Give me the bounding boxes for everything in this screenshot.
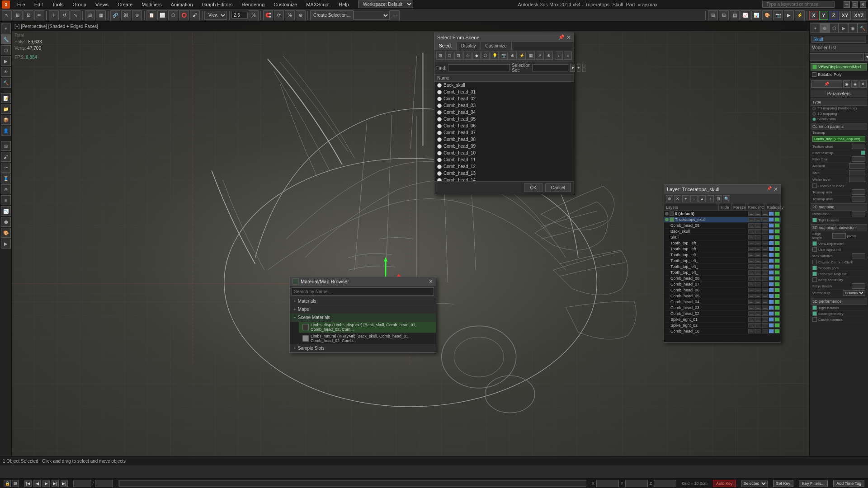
list-item-comb-06[interactable]: Comb_head_06 — [434, 122, 574, 129]
pin-stack-btn[interactable]: 📌 — [811, 80, 842, 88]
x-coord-input[interactable]: 1307,0965 — [596, 480, 619, 487]
mat-browser-close-btn[interactable]: ✕ — [429, 278, 433, 285]
layer-item-tooth6[interactable]: Tooth_top_left_ — — — — [664, 270, 781, 276]
layer-settings-btn[interactable]: ⊕ — [666, 195, 673, 202]
view-dropdown[interactable]: View — [204, 11, 227, 20]
render-icon[interactable]: — — [762, 211, 768, 216]
hide-icon2[interactable]: — — [748, 217, 755, 222]
asset-tracking-icon[interactable]: 📁 — [1, 104, 11, 114]
edge-length-input[interactable]: 4,0 — [832, 233, 846, 239]
y-coord-input[interactable]: -1127,665 — [625, 480, 648, 487]
tb-align-btn[interactable]: ⊟ — [719, 10, 729, 20]
xy-plane-constraint[interactable]: XY — [839, 11, 851, 20]
max-script-mini-listener[interactable]: 📝 — [1, 93, 11, 103]
list-item-comb-02[interactable]: Comb_head_02 — [434, 95, 574, 102]
sel-geometry-btn[interactable]: ◆ — [472, 52, 481, 60]
shift-input[interactable]: 0,0cm — [849, 170, 865, 175]
layer-move-to-btn[interactable]: ↑ — [707, 195, 714, 202]
layer-item-tooth3[interactable]: Tooth_top_left_ — — — — [664, 252, 781, 258]
timeline-track[interactable] — [118, 480, 586, 487]
total-frames-input[interactable]: 100 — [95, 480, 113, 487]
sel-bones-btn[interactable]: ⊛ — [545, 52, 553, 60]
create-panel-tab[interactable]: + — [811, 23, 820, 33]
type-3d-radio[interactable] — [812, 112, 816, 116]
layer-item-comb03[interactable]: Comb_head_03 — — — — [664, 305, 781, 311]
auto-key-btn[interactable]: Auto Key — [713, 480, 736, 487]
layer-color[interactable] — [769, 211, 774, 216]
create-selection-btn[interactable]: Create Selection... — [310, 10, 354, 20]
sel-xrefs-btn[interactable]: ↗ — [536, 52, 544, 60]
lock-icon[interactable]: 🔒 — [4, 480, 11, 487]
motion-mixer-icon[interactable]: ≡ — [1, 195, 11, 205]
sort-btn[interactable]: ↕ — [555, 52, 563, 60]
modifier-search-input[interactable] — [810, 53, 864, 61]
tb-paint-sel2[interactable]: 🖌 — [190, 10, 200, 20]
layer-item-tooth1[interactable]: Tooth_top_left_ — — — — [664, 240, 781, 246]
modifier-expand-btn[interactable]: ▼ — [865, 53, 868, 61]
tb-fence-sel[interactable]: ⬡ — [168, 10, 178, 20]
workspace-selector[interactable]: Workspace: Default — [358, 0, 413, 8]
menu-customize[interactable]: Customize — [272, 1, 299, 8]
layer-item-tooth5[interactable]: Tooth_top_left_ — — — — [664, 264, 781, 270]
list-item-comb-04[interactable]: Comb_head_04 — [434, 109, 574, 116]
go-start-btn[interactable]: |◀ — [24, 480, 32, 487]
sel-invert-btn[interactable]: ⊡ — [454, 52, 462, 60]
max-subdivs-input[interactable]: 256 — [852, 253, 865, 258]
layer-item-spike-r1[interactable]: Spike_right_01 — — — — [664, 317, 781, 323]
menu-animation[interactable]: Animation — [169, 1, 195, 8]
mat-search-input[interactable] — [292, 287, 434, 296]
list-item-back-skull[interactable]: Back_skull — [434, 82, 574, 89]
layer-item-default[interactable]: 0 (default) — — — — [664, 211, 781, 217]
maximize-button[interactable]: □ — [852, 1, 858, 8]
c09-color[interactable] — [769, 223, 774, 228]
show-end-result-btn[interactable]: ◉ — [843, 80, 850, 88]
water-level-input[interactable]: 0,0cm — [849, 177, 865, 182]
menu-graph-editors[interactable]: Graph Editors — [200, 1, 235, 8]
sel-none-btn[interactable]: □ — [445, 52, 453, 60]
type-2d-radio[interactable] — [812, 107, 816, 110]
motion-tab[interactable]: ▶ — [839, 23, 848, 33]
dialog-cancel-btn[interactable]: Cancel — [545, 183, 571, 192]
selection-filter-dropdown[interactable]: Selected — [741, 480, 768, 487]
hierarchy-tab[interactable]: ⬡ — [830, 23, 839, 33]
tb-paint-select[interactable]: ✏ — [34, 10, 44, 20]
add-time-tag-btn[interactable]: Add Time Tag — [833, 480, 864, 487]
tb-bind-to-space-warp[interactable]: ⊕ — [132, 10, 142, 20]
mat-item-sample-slots[interactable]: + Sample Slots — [290, 344, 436, 352]
layer-item-spike-r2[interactable]: Spike_right_02 — — — — [664, 323, 781, 328]
layer-del-btn[interactable]: − — [690, 195, 698, 202]
modifier-item-vray[interactable]: VRayDisplacementMod — [811, 63, 867, 70]
menu-views[interactable]: Views — [94, 1, 110, 8]
hair-fur-icon[interactable]: 〜 — [1, 163, 11, 173]
menu-create[interactable]: Create — [116, 1, 134, 8]
layer-sel-objects-btn[interactable]: ⊞ — [715, 195, 722, 202]
layer-color2[interactable] — [769, 217, 774, 222]
mat-child-limbs-natural[interactable]: Limbs_natural (VRayMtl) [Back_skull, Com… — [299, 333, 436, 344]
make-unique-btn[interactable]: ◈ — [851, 80, 859, 88]
modifier-item-editable-poly[interactable]: Editable Poly — [811, 71, 867, 78]
layer-item-comb10[interactable]: Comb_head_10 — — — — [664, 328, 781, 334]
hierarchy-panel-icon[interactable]: ⬡ — [1, 45, 11, 55]
render-icon2[interactable]: — — [762, 217, 768, 222]
tb-select-btn[interactable]: ↖ — [2, 10, 12, 20]
y-axis-constraint[interactable]: Y — [819, 11, 828, 20]
layer-item-back-skull[interactable]: Back_skull — — — — [664, 229, 781, 235]
layer-list[interactable]: 0 (default) — — — Triceratops_skull — — … — [664, 211, 781, 342]
relative-bbox-check[interactable] — [812, 183, 817, 188]
tb-mirror-btn[interactable]: ⊞ — [708, 10, 718, 20]
filter-texmap-check[interactable] — [861, 150, 865, 155]
sel-spacewarps-btn[interactable]: ⚡ — [518, 52, 526, 60]
menu-group[interactable]: Group — [71, 1, 88, 8]
minimize-button[interactable]: ─ — [844, 1, 850, 8]
display-panel-icon[interactable]: 👁 — [1, 67, 11, 77]
texture-chan-input[interactable]: 1 — [852, 144, 865, 149]
list-item-comb-12[interactable]: Comb_head_12 — [434, 163, 574, 170]
menu-file[interactable]: File — [15, 1, 27, 8]
tb-reference-btn[interactable]: ⊞ — [85, 10, 95, 20]
tb-render-btn[interactable]: ▶ — [784, 10, 794, 20]
smooth-uv-check[interactable] — [812, 266, 817, 270]
tb-angle-snap-btn[interactable]: ⟳ — [274, 10, 284, 20]
next-frame-btn[interactable]: ▶| — [52, 480, 59, 487]
tb-layer-mgr-btn[interactable]: ▤ — [730, 10, 740, 20]
percent-input[interactable] — [231, 12, 248, 19]
